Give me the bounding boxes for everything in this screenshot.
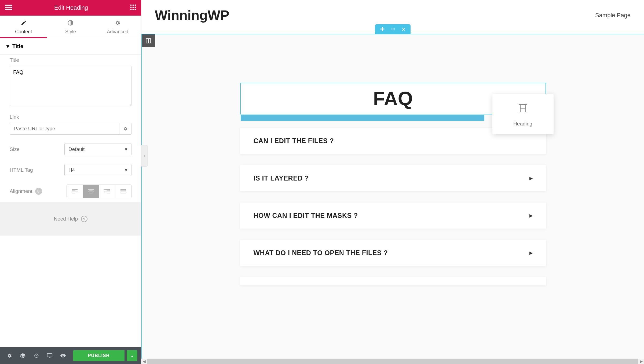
drag-widget-label: Heading xyxy=(513,121,532,127)
help-text: Need Help xyxy=(54,216,78,222)
add-section-button[interactable] xyxy=(380,27,385,33)
scroll-left-arrow[interactable]: ◀ xyxy=(141,359,147,364)
gear-icon xyxy=(123,126,128,131)
svg-rect-24 xyxy=(107,191,110,191)
svg-point-37 xyxy=(394,28,395,28)
close-icon xyxy=(401,27,406,31)
svg-point-7 xyxy=(132,7,134,8)
chevron-down-icon: ▾ xyxy=(125,146,127,152)
heading-widget-selected[interactable]: FAQ Heading xyxy=(240,83,546,114)
svg-rect-43 xyxy=(146,39,148,43)
accordion-item[interactable]: WHAT DO I NEED TO OPEN THE FILES ? ▶ xyxy=(240,240,546,266)
title-textarea[interactable] xyxy=(10,66,131,106)
accordion-title: HOW CAN I EDIT THE MASKS ? xyxy=(254,212,358,219)
svg-rect-27 xyxy=(120,189,126,190)
droplet-icon xyxy=(47,20,94,27)
chevron-left-icon: ‹ xyxy=(144,153,145,158)
tab-advanced[interactable]: Advanced xyxy=(94,16,141,38)
align-justify-button[interactable] xyxy=(115,185,131,198)
align-center-button[interactable] xyxy=(83,185,99,198)
alignment-buttons xyxy=(67,185,131,198)
svg-point-3 xyxy=(130,5,131,6)
sidebar-footer: PUBLISH ▴ xyxy=(0,347,141,364)
svg-rect-30 xyxy=(120,193,126,193)
htmltag-value: H4 xyxy=(68,167,75,173)
svg-point-9 xyxy=(130,9,131,10)
scroll-right-arrow[interactable]: ▶ xyxy=(639,359,644,364)
svg-point-10 xyxy=(132,9,134,10)
edit-section-button[interactable] xyxy=(391,27,396,33)
menu-icon[interactable] xyxy=(5,3,12,12)
svg-rect-16 xyxy=(72,191,75,191)
svg-point-36 xyxy=(393,28,393,28)
htmltag-label: HTML Tag xyxy=(10,167,33,173)
scroll-thumb[interactable] xyxy=(147,359,638,364)
section-title-toggle[interactable]: ▾ Title xyxy=(0,38,141,55)
site-title[interactable]: WinningWP xyxy=(155,8,229,23)
size-value: Default xyxy=(68,146,85,152)
svg-rect-19 xyxy=(88,189,94,190)
alignment-label: Alignment xyxy=(10,188,32,194)
collapse-sidebar-button[interactable]: ‹ xyxy=(141,145,148,167)
horizontal-scrollbar[interactable]: ◀ ▶ xyxy=(141,359,644,364)
svg-rect-17 xyxy=(72,192,78,192)
svg-rect-2 xyxy=(5,9,12,10)
svg-point-40 xyxy=(394,29,395,30)
svg-point-5 xyxy=(134,5,136,6)
history-button[interactable] xyxy=(31,350,42,361)
layers-icon xyxy=(20,353,26,359)
history-icon xyxy=(34,353,39,358)
link-input[interactable] xyxy=(10,123,119,135)
publish-button[interactable]: PUBLISH xyxy=(73,350,125,361)
publish-options-button[interactable]: ▴ xyxy=(127,350,137,361)
svg-rect-29 xyxy=(120,192,126,192)
link-options-button[interactable] xyxy=(119,123,131,135)
responsive-button[interactable] xyxy=(44,350,55,361)
link-label: Link xyxy=(10,114,131,123)
tab-content[interactable]: Content xyxy=(0,16,47,38)
heading-icon xyxy=(517,102,529,118)
settings-button[interactable] xyxy=(4,350,15,361)
caret-up-icon: ▴ xyxy=(131,354,133,358)
align-right-icon xyxy=(104,189,110,194)
svg-point-39 xyxy=(393,29,393,30)
dragging-widget-preview[interactable]: Heading xyxy=(492,94,554,134)
column-handle[interactable] xyxy=(142,34,155,47)
control-alignment: Alignment xyxy=(0,180,141,202)
control-title: Title xyxy=(0,55,141,111)
navigator-button[interactable] xyxy=(17,350,28,361)
accordion-item[interactable] xyxy=(240,277,546,285)
size-label: Size xyxy=(10,146,20,152)
svg-rect-34 xyxy=(380,28,384,29)
preview-body[interactable]: FAQ Heading CAN I EDIT THE FILES ? IS xyxy=(141,34,644,364)
editor-sidebar: Edit Heading Content Style xyxy=(0,0,141,364)
svg-rect-22 xyxy=(89,193,93,193)
preview-button[interactable] xyxy=(57,350,69,361)
svg-point-38 xyxy=(391,29,392,30)
svg-rect-20 xyxy=(89,191,93,191)
control-link: Link xyxy=(0,111,141,139)
svg-rect-14 xyxy=(38,192,39,193)
tab-style[interactable]: Style xyxy=(47,16,94,38)
tab-style-label: Style xyxy=(65,29,76,34)
accordion-item[interactable]: IS IT LAYERED ? ▶ xyxy=(240,165,546,191)
widgets-grid-icon[interactable] xyxy=(130,4,136,12)
sidebar-header: Edit Heading xyxy=(0,0,141,16)
content-container: FAQ Heading CAN I EDIT THE FILES ? IS xyxy=(240,83,546,285)
delete-section-button[interactable] xyxy=(401,27,406,33)
align-right-button[interactable] xyxy=(99,185,115,198)
accordion-title: CAN I EDIT THE FILES ? xyxy=(254,137,334,145)
svg-rect-44 xyxy=(149,39,151,43)
nav-link-sample-page[interactable]: Sample Page xyxy=(595,12,631,19)
htmltag-select[interactable]: H4 ▾ xyxy=(64,164,131,176)
size-select[interactable]: Default ▾ xyxy=(64,143,131,155)
align-left-button[interactable] xyxy=(67,185,83,198)
pencil-icon xyxy=(0,20,47,27)
svg-point-6 xyxy=(130,7,131,8)
accordion-item[interactable]: HOW CAN I EDIT THE MASKS ? ▶ xyxy=(240,203,546,229)
editor-tabs: Content Style Advanced xyxy=(0,16,141,38)
svg-rect-25 xyxy=(104,192,110,192)
preview-pane: WinningWP Sample Page ‹ FAQ xyxy=(141,0,644,364)
help-link[interactable]: Need Help ? xyxy=(54,216,87,222)
responsive-toggle[interactable] xyxy=(35,188,42,195)
